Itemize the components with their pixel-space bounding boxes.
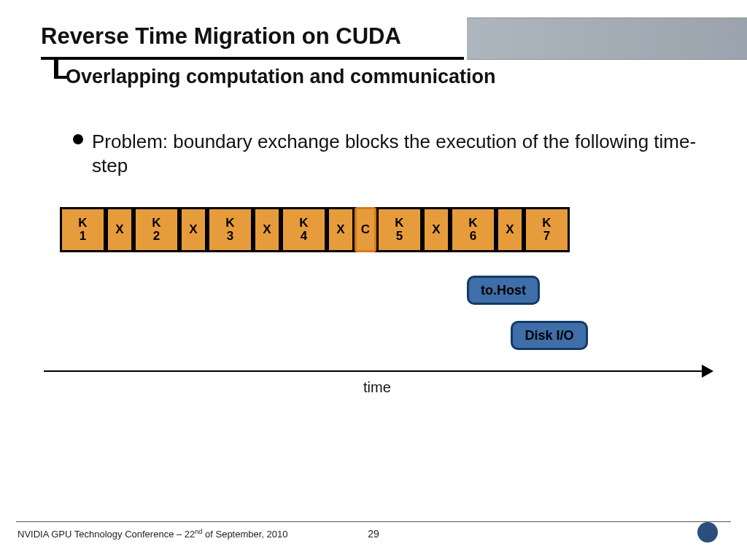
bullet-icon <box>73 134 83 144</box>
time-axis-label: time <box>363 379 391 396</box>
timeline-block-kernel: K 3 <box>207 207 253 252</box>
title-underline <box>41 57 464 60</box>
timeline-block-kernel: K 4 <box>281 207 327 252</box>
timeline-block-exchange: X <box>422 207 450 252</box>
slide-title: Reverse Time Migration on CUDA <box>41 23 401 50</box>
time-axis-arrow-icon <box>702 365 713 378</box>
page-number: 29 <box>0 528 747 540</box>
diskio-pill: Disk I/O <box>511 321 588 350</box>
timeline-block-exchange: X <box>496 207 524 252</box>
tohost-pill: to.Host <box>467 276 540 305</box>
timeline-row: K 1XK 2XK 3XK 4XCK 5XK 6XK 7 <box>60 207 700 252</box>
slide-subtitle: Overlapping computation and communicatio… <box>66 66 496 88</box>
timeline-block-exchange: X <box>253 207 281 252</box>
footer-divider <box>16 521 731 522</box>
timeline-block-exchange: X <box>327 207 355 252</box>
timeline-block-exchange: X <box>106 207 133 252</box>
timeline-block-copy: C <box>355 207 376 252</box>
timeline-block-kernel: K 1 <box>60 207 106 252</box>
timeline-block-kernel: K 6 <box>450 207 496 252</box>
footer-logo-icon <box>684 522 731 550</box>
timeline-block-kernel: K 7 <box>524 207 570 252</box>
timeline-block-exchange: X <box>179 207 207 252</box>
timeline-block-kernel: K 2 <box>133 207 179 252</box>
body-text: Problem: boundary exchange blocks the ex… <box>92 130 697 177</box>
time-axis <box>44 370 706 372</box>
timeline-block-kernel: K 5 <box>376 207 422 252</box>
